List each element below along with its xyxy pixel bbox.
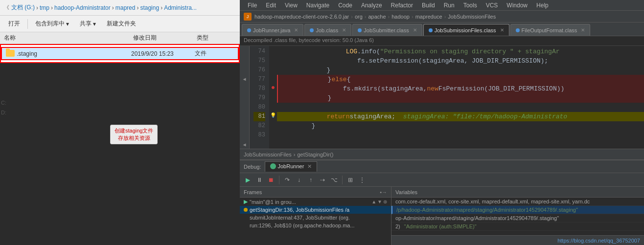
- debug-btn-evaluate[interactable]: ⌥: [329, 175, 339, 185]
- var-item-admin[interactable]: 2) "Administrator (auth:SIMPLE)": [391, 223, 644, 231]
- var-item-num: 2): [395, 223, 400, 229]
- sep4: ›: [137, 4, 138, 11]
- code-content: ◀ ◀ 74 75 76 77 78 79 80 81 82 83: [240, 46, 644, 149]
- thread-ctrl-down[interactable]: ▼: [377, 199, 382, 204]
- var-item-staging-path[interactable]: /p/hadoop-Administrator/mapred/staging/A…: [391, 206, 644, 214]
- breadcrumb-staging[interactable]: staging: [140, 4, 159, 11]
- toolbar-divider2: [342, 176, 343, 184]
- tab-close-outputformat[interactable]: ✕: [581, 27, 585, 33]
- var-item-classpath[interactable]: com.core-default.xml, core-site.xml, map…: [391, 198, 644, 206]
- menu-help[interactable]: Help: [532, 1, 552, 10]
- menu-build[interactable]: Build: [418, 1, 439, 10]
- menu-code[interactable]: Code: [334, 1, 356, 10]
- bc-jobsubmission[interactable]: JobSubmissionFiles: [448, 14, 496, 20]
- bc-sep1: ›: [365, 14, 367, 20]
- share-button[interactable]: 共享 ▾: [75, 18, 100, 30]
- code-line-77: } else {: [277, 75, 644, 84]
- bc-hadoop[interactable]: hadoop: [391, 14, 410, 20]
- bc-org[interactable]: org: [355, 14, 363, 20]
- open-button[interactable]: 打开: [4, 18, 24, 30]
- bc-jar[interactable]: hadoop-mapreduce-client-core-2.6.0.jar: [254, 14, 349, 20]
- menu-navigate[interactable]: Navigate: [302, 1, 333, 10]
- var-item-staging-short[interactable]: op-Administrator/mapred/staging/Administ…: [391, 214, 644, 223]
- nav-arrows[interactable]: 《: [4, 4, 9, 11]
- drive-d[interactable]: D:: [1, 110, 6, 115]
- include-label: 包含到库中: [35, 20, 65, 28]
- thread-ctrl-up[interactable]: ▲: [371, 199, 376, 204]
- debug-tab-jobrunner[interactable]: JobRunner ✕: [265, 161, 317, 172]
- breadcrumb-drive[interactable]: 文档 (G:): [11, 3, 35, 12]
- frame-item-getstagingdir[interactable]: getStagingDir:136, JobSubmissionFiles /a: [240, 206, 391, 214]
- debug-btn-stop[interactable]: ⏹: [266, 175, 276, 185]
- debug-btn-frames[interactable]: ⊞: [345, 175, 355, 185]
- breadcrumb-mapred[interactable]: mapred: [115, 4, 136, 11]
- thread-running-icon: ▶: [244, 199, 248, 205]
- debug-tab-label: JobRunner: [277, 163, 304, 169]
- menu-file[interactable]: File: [244, 1, 261, 10]
- tab-fileoutputformat[interactable]: FileOutputFormat.class ✕: [510, 24, 591, 36]
- frame-icon3: [244, 223, 248, 227]
- tab-close-job[interactable]: ✕: [342, 27, 346, 33]
- debug-tabs: Debug: JobRunner ✕: [240, 160, 644, 173]
- breadcrumb-admin[interactable]: Administra...: [164, 4, 197, 11]
- menu-refactor[interactable]: Refactor: [387, 1, 417, 10]
- debug-btn-step-out[interactable]: ↑: [306, 175, 316, 185]
- tab-job[interactable]: Job.class ✕: [304, 24, 351, 36]
- menu-window[interactable]: Window: [503, 1, 531, 10]
- tab-jobsubmissionfiles[interactable]: JobSubmissionFiles.class ✕: [423, 24, 509, 36]
- menu-vcs[interactable]: VCS: [482, 1, 502, 10]
- breakpoint-icon: ●: [271, 83, 275, 92]
- explorer-toolbar: 打开 包含到库中 ▾ 共享 ▾ 新建文件夹: [0, 16, 240, 32]
- bc-apache[interactable]: apache: [368, 14, 386, 20]
- debug-btn-pause[interactable]: ⏸: [254, 175, 264, 185]
- var-item-value: "Administrator (auth:SIMPLE)": [404, 223, 477, 229]
- drive-c[interactable]: C:: [1, 100, 6, 106]
- code-line-78: fs.mkdirs(stagingArea, new FsPermission(…: [277, 84, 644, 93]
- tab-close-submitter[interactable]: ✕: [413, 27, 417, 33]
- breadcrumb-hadoop[interactable]: hadoop-Administrator: [54, 4, 111, 11]
- tab-jobsubmitter[interactable]: JobSubmitter.class ✕: [352, 24, 422, 36]
- thread-ctrl-filter[interactable]: ⊛: [383, 199, 387, 204]
- code-line-81: return stagingArea; stagingArea: "file:/…: [277, 112, 644, 121]
- frame-label-getstagingdir: getStagingDir:136, JobSubmissionFiles /a: [250, 207, 349, 213]
- variables-title: Variables: [395, 189, 417, 195]
- frame-item-submitjob[interactable]: submitJobInternal:437, JobSubmitter (org…: [240, 214, 391, 222]
- debug-btn-resume[interactable]: ▶: [243, 175, 253, 185]
- debug-btn-step-into[interactable]: ↓: [294, 175, 304, 185]
- ide-tabs: JobRunner.java ✕ Job.class ✕ JobSubmitte…: [240, 22, 644, 36]
- debug-btn-step-over[interactable]: ↷: [282, 175, 292, 185]
- toolbar-divider1: [279, 176, 279, 184]
- sep3: ›: [112, 4, 114, 11]
- frames-title: Frames: [244, 189, 262, 195]
- debug-btn-run-to-cursor[interactable]: ⇢: [318, 175, 327, 185]
- bc-mapreduce[interactable]: mapreduce: [415, 14, 442, 20]
- tab-label-job: Job.class: [316, 27, 338, 33]
- menu-analyze[interactable]: Analyze: [357, 1, 386, 10]
- menu-tools[interactable]: Tools: [460, 1, 481, 10]
- var-text-staging-short: op-Administrator/mapred/staging/Administ…: [395, 215, 559, 221]
- frame-item-run[interactable]: run:1296, Job$10 (org.apache.hadoop.ma..…: [240, 222, 391, 229]
- csdn-link[interactable]: https://blog.csdn.net/qq_36752007: [557, 238, 640, 244]
- include-library-button[interactable]: 包含到库中 ▾: [31, 18, 73, 30]
- tab-jobrunner[interactable]: JobRunner.java ✕: [242, 24, 303, 36]
- frame-thread-main: ▶ "main"@1 in grou... ▲ ▼ ⊛: [240, 198, 391, 206]
- bc-getstagingdir[interactable]: getStagingDir(): [298, 152, 334, 157]
- bc-jobsubmissionfiles-code[interactable]: JobSubmissionFiles: [244, 152, 292, 157]
- sidebar-btn1[interactable]: ◀: [241, 75, 249, 83]
- tab-close-jobrunner[interactable]: ✕: [294, 27, 298, 33]
- debug-tab-close[interactable]: ✕: [307, 163, 312, 170]
- frames-options[interactable]: •→: [380, 189, 387, 195]
- file-item-staging[interactable]: .staging 2019/9/20 15:23 文件: [1, 47, 239, 60]
- menu-view[interactable]: View: [281, 1, 301, 10]
- menu-edit[interactable]: Edit: [262, 1, 280, 10]
- new-folder-button[interactable]: 新建文件夹: [102, 18, 140, 30]
- tab-close-submissionfiles[interactable]: ✕: [500, 27, 504, 33]
- thread-name: "main"@1 in grou...: [250, 199, 369, 205]
- sidebar-btn2[interactable]: ◀: [241, 141, 249, 149]
- tab-label-submissionfiles: JobSubmissionFiles.class: [435, 27, 496, 33]
- debug-btn-settings[interactable]: ⋮: [357, 175, 367, 185]
- tab-dot-submissionfiles: [429, 28, 433, 32]
- breadcrumb-tmp[interactable]: tmp: [40, 4, 49, 11]
- menu-run[interactable]: Run: [440, 1, 459, 10]
- frame-active-icon: [244, 208, 248, 212]
